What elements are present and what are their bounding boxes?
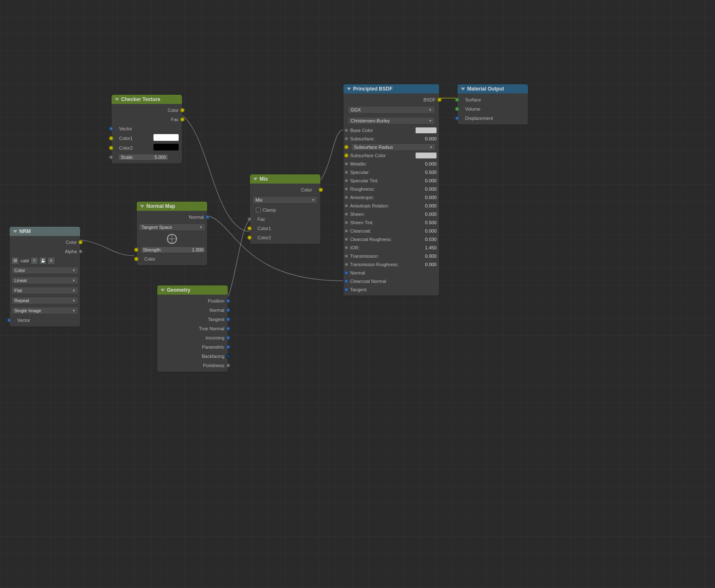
normal-map-crosshair	[167, 234, 177, 244]
checker-color1-field[interactable]	[153, 134, 179, 141]
material-volume-socket[interactable]	[455, 107, 459, 111]
nrm-color-socket[interactable]	[78, 240, 83, 244]
bsdf-basecolor-socket[interactable]	[344, 128, 348, 132]
geometry-backfacing-row: Backfacing	[157, 352, 228, 361]
geometry-parametric-socket[interactable]	[226, 345, 230, 349]
bsdf-ior-socket[interactable]	[344, 246, 348, 250]
nrm-alpha-socket[interactable]	[78, 249, 83, 254]
bsdf-metallic-socket[interactable]	[344, 162, 348, 166]
bsdf-metallic-row: Metallic: 0.000	[343, 160, 439, 168]
nrm-linear-dropdown[interactable]: Linear	[11, 277, 78, 284]
nrm-node[interactable]: NRM Color Alpha 🖼 cabl F 💾 ✕ Color Linea…	[9, 226, 81, 327]
checker-texture-node[interactable]: Checker Texture Color Fac Vector Color1 …	[111, 94, 182, 164]
bsdf-clearcoat-label: Clearcoat:	[350, 228, 420, 233]
material-displacement-socket[interactable]	[455, 116, 459, 120]
geometry-backfacing-socket[interactable]	[226, 354, 230, 358]
nrm-toolbar: 🖼 cabl F 💾 ✕	[10, 256, 80, 265]
mix-fac-socket[interactable]	[247, 217, 252, 221]
nrm-color-dropdown[interactable]: Color	[11, 267, 78, 274]
nrm-save-btn[interactable]: 💾	[39, 257, 47, 264]
mix-clamp-label: Clamp	[263, 207, 276, 212]
bsdf-normal-socket[interactable]	[344, 271, 348, 275]
bsdf-sheen-socket[interactable]	[344, 212, 348, 216]
bsdf-subsurface-color-socket[interactable]	[344, 153, 348, 158]
bsdf-output-socket[interactable]	[437, 98, 442, 102]
checker-color1-socket[interactable]	[109, 136, 113, 140]
checker-color-socket[interactable]	[180, 108, 185, 112]
geometry-node[interactable]: Geometry Position Normal Tangent True No…	[157, 285, 228, 372]
normal-map-normal-label: Normal	[189, 215, 204, 220]
bsdf-sheen-tint-socket[interactable]	[344, 220, 348, 225]
nrm-x-btn[interactable]: ✕	[47, 257, 55, 264]
bsdf-ggx-label: GGX	[351, 107, 361, 112]
geometry-backfacing-label: Backfacing	[202, 354, 224, 359]
nrm-f-btn[interactable]: F	[31, 257, 38, 264]
normal-map-strength-socket[interactable]	[134, 248, 138, 252]
mix-color-socket[interactable]	[319, 188, 323, 192]
nrm-flat-dropdown[interactable]: Flat	[11, 287, 78, 294]
checker-fac-label: Fac	[171, 117, 179, 122]
normal-map-normal-socket[interactable]	[205, 215, 210, 219]
bsdf-clearcoat-roughness-socket[interactable]	[344, 237, 348, 241]
mix-clamp-checkbox[interactable]	[256, 207, 261, 212]
nrm-repeat-dropdown[interactable]: Repeat	[11, 297, 78, 304]
checker-color2-socket[interactable]	[109, 146, 113, 150]
material-surface-label: Surface	[465, 97, 481, 102]
mix-color2-socket[interactable]	[247, 236, 252, 240]
geometry-normal-socket[interactable]	[226, 308, 230, 312]
bsdf-sheen-label: Sheen:	[350, 212, 420, 217]
mix-mode-dropdown[interactable]: Mix	[252, 196, 318, 204]
bsdf-subsurface-radius-socket[interactable]	[344, 145, 348, 149]
geometry-incoming-socket[interactable]	[226, 336, 230, 340]
normal-map-node[interactable]: Normal Map Normal Tangent Space Strength…	[136, 201, 208, 266]
bsdf-node[interactable]: Principled BSDF BSDF GGX Christensen-Bur…	[343, 84, 439, 296]
bsdf-subsurface-color-field[interactable]	[416, 153, 437, 158]
geometry-position-socket[interactable]	[226, 299, 230, 303]
checker-color2-field[interactable]	[153, 144, 179, 150]
normal-map-color-socket[interactable]	[134, 257, 138, 261]
bsdf-transmission-value: 0.000	[420, 254, 437, 259]
nrm-img-btn[interactable]: 🖼	[11, 257, 19, 264]
bsdf-basecolor-field[interactable]	[416, 127, 437, 133]
bsdf-specular-tint-socket[interactable]	[344, 179, 348, 183]
bsdf-specular-socket[interactable]	[344, 170, 348, 174]
geometry-tangent-socket[interactable]	[226, 317, 230, 321]
mix-color1-socket[interactable]	[247, 226, 252, 231]
nrm-alpha-label: Alpha	[65, 249, 77, 254]
checker-scale-socket[interactable]	[109, 155, 113, 159]
nrm-triangle	[13, 230, 17, 233]
bsdf-ggx-dropdown[interactable]: GGX	[348, 106, 435, 114]
bsdf-transmission-roughness-socket[interactable]	[344, 262, 348, 267]
normal-map-mode-dropdown[interactable]: Tangent Space	[138, 223, 205, 231]
normal-map-mode-label: Tangent Space	[141, 225, 172, 230]
checker-fac-socket[interactable]	[180, 117, 185, 122]
material-surface-socket[interactable]	[455, 98, 459, 102]
mix-collapse-triangle	[253, 178, 257, 181]
bsdf-tangent-socket[interactable]	[344, 288, 348, 292]
checker-vector-socket[interactable]	[109, 127, 113, 131]
bsdf-clearcoat-normal-socket[interactable]	[344, 279, 348, 283]
bsdf-clearcoat-socket[interactable]	[344, 229, 348, 233]
bsdf-anisotropic-rotation-socket[interactable]	[344, 204, 348, 208]
geometry-truenormal-socket[interactable]	[226, 326, 230, 331]
geometry-pointiness-socket[interactable]	[226, 363, 230, 368]
nrm-singleimage-dropdown[interactable]: Single Image	[11, 307, 78, 314]
checker-color-output: Color	[112, 106, 182, 115]
bsdf-transmission-socket[interactable]	[344, 254, 348, 258]
mix-node[interactable]: Mix Color Mix Clamp Fac Color1 Color2	[250, 174, 321, 244]
bsdf-anisotropic-socket[interactable]	[344, 195, 348, 199]
normal-map-header: Normal Map	[137, 202, 207, 211]
mix-body: Color Mix Clamp Fac Color1 Color2	[250, 184, 320, 244]
bsdf-christensen-dropdown[interactable]: Christensen-Burley	[348, 117, 435, 124]
geometry-position-row: Position	[157, 296, 228, 306]
nrm-vector-socket[interactable]	[7, 318, 11, 322]
mix-header: Mix	[250, 174, 320, 184]
bsdf-metallic-label: Metallic:	[350, 161, 420, 166]
bsdf-subsurface-radius-dropdown[interactable]: Subsurface Radius	[351, 143, 436, 151]
material-output-header: Material Output	[458, 84, 528, 93]
normal-map-color-input: Color	[137, 254, 207, 264]
bsdf-subsurface-socket[interactable]	[344, 137, 348, 141]
bsdf-roughness-socket[interactable]	[344, 187, 348, 191]
material-output-node[interactable]: Material Output Surface Volume Displacem…	[457, 84, 528, 125]
geometry-parametric-label: Parametric	[202, 345, 224, 350]
